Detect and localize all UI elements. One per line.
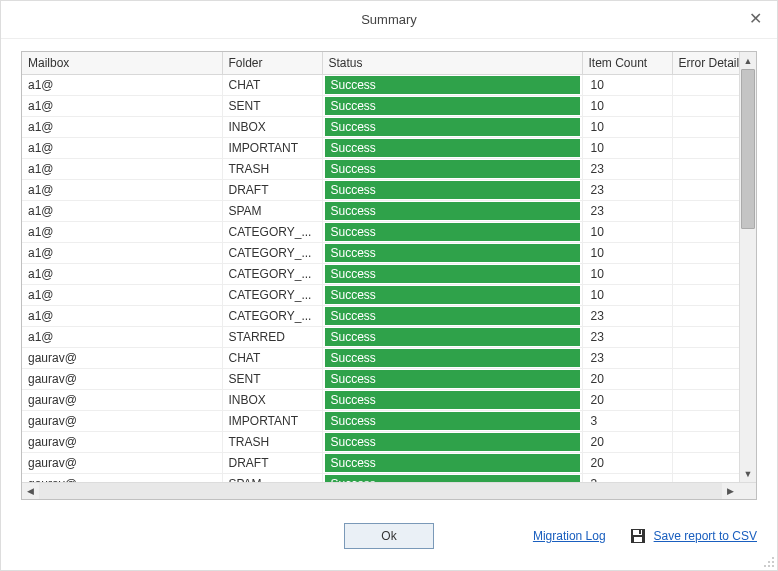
cell-item-count: 23 [582, 180, 672, 201]
scroll-thumb[interactable] [741, 69, 755, 229]
table-row[interactable]: a1@STARREDSuccess23 [22, 327, 739, 348]
table-row[interactable]: gaurav@INBOXSuccess20 [22, 390, 739, 411]
migration-log-link[interactable]: Migration Log [533, 529, 606, 543]
cell-error-details [672, 243, 739, 264]
cell-error-details [672, 432, 739, 453]
cell-error-details [672, 453, 739, 474]
table-row[interactable]: gaurav@DRAFTSuccess20 [22, 453, 739, 474]
cell-error-details [672, 222, 739, 243]
cell-error-details [672, 138, 739, 159]
cell-item-count: 23 [582, 159, 672, 180]
cell-status: Success [322, 306, 582, 327]
scroll-up-icon[interactable]: ▲ [740, 52, 756, 69]
scroll-left-icon[interactable]: ◀ [22, 483, 39, 499]
cell-status: Success [322, 285, 582, 306]
cell-error-details [672, 474, 739, 483]
cell-error-details [672, 180, 739, 201]
cell-folder: INBOX [222, 390, 322, 411]
status-badge: Success [325, 433, 580, 451]
cell-status: Success [322, 75, 582, 96]
cell-folder: CATEGORY_... [222, 306, 322, 327]
col-header-folder[interactable]: Folder [222, 52, 322, 75]
scroll-track[interactable] [740, 69, 756, 465]
table-row[interactable]: gaurav@SENTSuccess20 [22, 369, 739, 390]
status-badge: Success [325, 286, 580, 304]
cell-error-details [672, 96, 739, 117]
cell-mailbox: a1@ [22, 264, 222, 285]
window-title: Summary [361, 12, 417, 27]
cell-status: Success [322, 327, 582, 348]
col-header-item-count[interactable]: Item Count [582, 52, 672, 75]
cell-status: Success [322, 411, 582, 432]
table-row[interactable]: gaurav@TRASHSuccess20 [22, 432, 739, 453]
scroll-right-icon[interactable]: ▶ [722, 483, 739, 499]
cell-error-details [672, 348, 739, 369]
cell-folder: SENT [222, 369, 322, 390]
cell-status: Success [322, 222, 582, 243]
cell-mailbox: gaurav@ [22, 474, 222, 483]
scroll-down-icon[interactable]: ▼ [740, 465, 756, 482]
cell-folder: DRAFT [222, 180, 322, 201]
status-badge: Success [325, 328, 580, 346]
col-header-mailbox[interactable]: Mailbox [22, 52, 222, 75]
save-report-csv-link[interactable]: Save report to CSV [654, 529, 757, 543]
status-badge: Success [325, 160, 580, 178]
cell-mailbox: a1@ [22, 75, 222, 96]
close-icon[interactable]: ✕ [745, 9, 765, 29]
cell-error-details [672, 75, 739, 96]
cell-mailbox: gaurav@ [22, 369, 222, 390]
horizontal-scrollbar[interactable]: ◀ ▶ [22, 482, 756, 499]
cell-status: Success [322, 117, 582, 138]
col-header-status[interactable]: Status [322, 52, 582, 75]
table-row[interactable]: gaurav@IMPORTANTSuccess 3 [22, 411, 739, 432]
table-row[interactable]: a1@CATEGORY_...Success23 [22, 306, 739, 327]
table-row[interactable]: gaurav@CHATSuccess23 [22, 348, 739, 369]
vertical-scrollbar[interactable]: ▲ ▼ [739, 52, 756, 482]
status-badge: Success [325, 475, 580, 482]
table-row[interactable]: a1@CATEGORY_...Success10 [22, 222, 739, 243]
svg-point-8 [768, 565, 770, 567]
cell-folder: TRASH [222, 159, 322, 180]
status-badge: Success [325, 454, 580, 472]
table-row[interactable]: a1@SPAMSuccess23 [22, 201, 739, 222]
table-row[interactable]: gaurav@SPAMSuccess 3 [22, 474, 739, 483]
cell-error-details [672, 201, 739, 222]
cell-item-count: 10 [582, 138, 672, 159]
table-row[interactable]: a1@CHATSuccess10 [22, 75, 739, 96]
cell-status: Success [322, 159, 582, 180]
cell-error-details [672, 264, 739, 285]
svg-point-5 [768, 561, 770, 563]
status-badge: Success [325, 181, 580, 199]
table-row[interactable]: a1@CATEGORY_...Success10 [22, 285, 739, 306]
table-row[interactable]: a1@TRASHSuccess23 [22, 159, 739, 180]
cell-status: Success [322, 96, 582, 117]
cell-item-count: 20 [582, 453, 672, 474]
cell-folder: CHAT [222, 348, 322, 369]
cell-folder: STARRED [222, 327, 322, 348]
cell-folder: DRAFT [222, 453, 322, 474]
cell-error-details [672, 411, 739, 432]
cell-item-count: 23 [582, 201, 672, 222]
cell-folder: SPAM [222, 201, 322, 222]
cell-folder: CATEGORY_... [222, 222, 322, 243]
table-row[interactable]: a1@SENTSuccess10 [22, 96, 739, 117]
cell-item-count: 10 [582, 243, 672, 264]
hscroll-track[interactable] [39, 483, 722, 499]
table-row[interactable]: a1@DRAFTSuccess23 [22, 180, 739, 201]
resize-grip-icon[interactable] [763, 556, 775, 568]
table-row[interactable]: a1@CATEGORY_...Success10 [22, 264, 739, 285]
cell-mailbox: a1@ [22, 180, 222, 201]
dialog-footer: Ok Migration Log Save report to CSV [21, 516, 757, 556]
cell-mailbox: a1@ [22, 201, 222, 222]
table-row[interactable]: a1@IMPORTANTSuccess10 [22, 138, 739, 159]
table-header-row: Mailbox Folder Status Item Count Error D… [22, 52, 739, 75]
table-row[interactable]: a1@CATEGORY_...Success10 [22, 243, 739, 264]
status-badge: Success [325, 76, 580, 94]
table-row[interactable]: a1@INBOXSuccess10 [22, 117, 739, 138]
cell-item-count: 3 [582, 411, 672, 432]
status-badge: Success [325, 265, 580, 283]
col-header-error-details[interactable]: Error Details [672, 52, 739, 75]
ok-button[interactable]: Ok [344, 523, 434, 549]
cell-error-details [672, 117, 739, 138]
cell-folder: TRASH [222, 432, 322, 453]
